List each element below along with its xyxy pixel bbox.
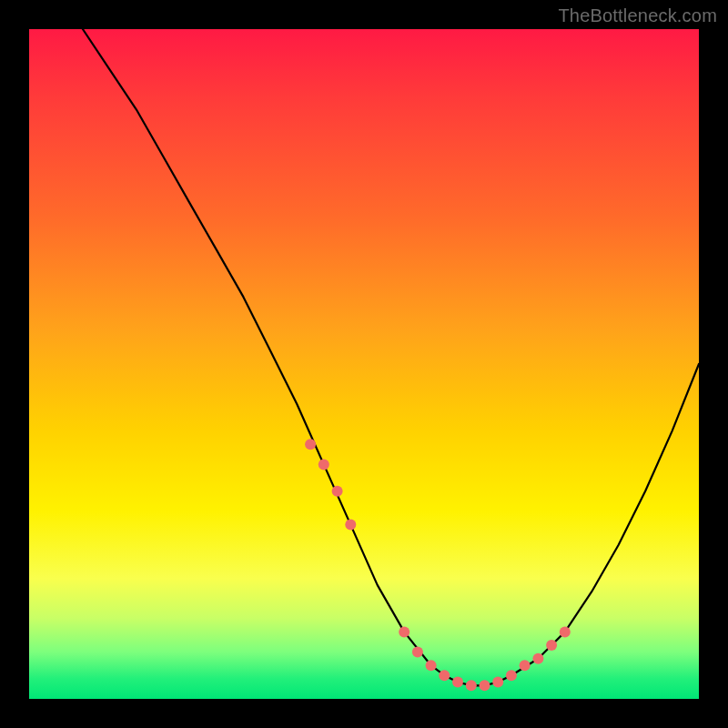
chart-svg xyxy=(29,29,699,699)
curve-marker xyxy=(492,677,503,688)
curve-marker xyxy=(439,670,450,681)
curve-markers xyxy=(305,439,571,691)
curve-marker xyxy=(466,680,477,691)
curve-marker xyxy=(318,459,329,470)
curve-marker xyxy=(546,640,557,651)
chart-frame: TheBottleneck.com xyxy=(0,0,728,728)
curve-marker xyxy=(452,677,463,688)
bottleneck-curve xyxy=(83,29,699,685)
curve-marker xyxy=(426,660,437,671)
curve-marker xyxy=(560,626,571,637)
curve-marker xyxy=(412,647,423,658)
curve-marker xyxy=(345,520,356,531)
plot-area xyxy=(29,29,699,699)
curve-marker xyxy=(332,486,343,497)
curve-marker xyxy=(520,660,531,671)
curve-marker xyxy=(480,680,490,691)
curve-marker xyxy=(305,439,316,450)
watermark-text: TheBottleneck.com xyxy=(558,5,717,26)
curve-marker xyxy=(532,653,543,664)
curve-marker xyxy=(506,670,517,681)
curve-marker xyxy=(399,626,410,637)
